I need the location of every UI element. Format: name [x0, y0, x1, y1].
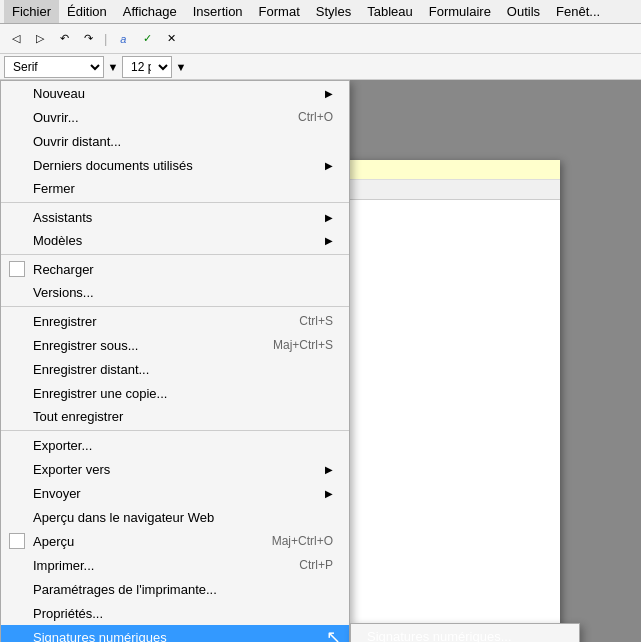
menu-item-exporter-vers[interactable]: Exporter vers ▶: [1, 457, 349, 481]
menu-item-exporter-vers-arrow: ▶: [325, 464, 333, 475]
menu-item-versions[interactable]: Versions...: [1, 281, 349, 307]
menu-item-fermer-label: Fermer: [33, 181, 333, 196]
menu-item-enregistrer-sous-label: Enregistrer sous...: [33, 338, 253, 353]
menu-item-tout-enregistrer[interactable]: Tout enregistrer: [1, 405, 349, 431]
menu-item-ouvrir-distant[interactable]: Ouvrir distant...: [1, 129, 349, 153]
menu-item-enregistrer-sous[interactable]: Enregistrer sous... Maj+Ctrl+S: [1, 333, 349, 357]
menu-item-parametrages[interactable]: Paramétrages de l'imprimante...: [1, 577, 349, 601]
menu-item-modeles-arrow: ▶: [325, 235, 333, 246]
menu-item-derniers-docs-label: Derniers documents utilisés: [33, 158, 317, 173]
menubar: Fichier Édition Affichage Insertion Form…: [0, 0, 641, 24]
document-area: ◁ ▷ ↶ ↷ | a ✓ ✕ Serif ▼ 12 pt ▼ modifié …: [0, 24, 641, 642]
menu-item-signatures[interactable]: Signatures numériques ↖ Signatures numér…: [1, 625, 349, 642]
menubar-item-insertion[interactable]: Insertion: [185, 0, 251, 23]
menu-item-nouveau-label: Nouveau: [33, 86, 317, 101]
menu-item-envoyer-arrow: ▶: [325, 488, 333, 499]
apercu-checkbox[interactable]: [9, 533, 25, 549]
menu-item-parametrages-label: Paramétrages de l'imprimante...: [33, 582, 333, 597]
menu-item-tout-enregistrer-label: Tout enregistrer: [33, 409, 333, 424]
menubar-item-format[interactable]: Format: [251, 0, 308, 23]
menu-item-enregistrer-distant[interactable]: Enregistrer distant...: [1, 357, 349, 381]
menu-item-enregistrer-label: Enregistrer: [33, 314, 279, 329]
menu-item-exporter-label: Exporter...: [33, 438, 333, 453]
menubar-item-fichier[interactable]: Fichier: [4, 0, 59, 23]
menu-item-assistants-arrow: ▶: [325, 212, 333, 223]
menu-item-apercu-label: Aperçu: [33, 534, 252, 549]
menu-item-ouvrir-label: Ouvrir...: [33, 110, 278, 125]
menubar-item-formulaire[interactable]: Formulaire: [421, 0, 499, 23]
size-selector[interactable]: 12 pt: [122, 56, 172, 78]
font-selector[interactable]: Serif: [4, 56, 104, 78]
menu-item-derniers-docs-arrow: ▶: [325, 160, 333, 171]
menu-item-imprimer[interactable]: Imprimer... Ctrl+P: [1, 553, 349, 577]
menu-item-apercu-navigateur[interactable]: Aperçu dans le navigateur Web: [1, 505, 349, 529]
menu-item-modeles[interactable]: Modèles ▶: [1, 229, 349, 255]
menu-item-apercu-shortcut: Maj+Ctrl+O: [272, 534, 333, 548]
toolbar-btn-a[interactable]: a: [111, 28, 135, 50]
menu-item-signatures-label: Signatures numériques: [33, 630, 333, 643]
menu-item-nouveau-arrow: ▶: [325, 88, 333, 99]
toolbar-btn-undo[interactable]: ↶: [52, 28, 76, 50]
menu-item-enregistrer[interactable]: Enregistrer Ctrl+S: [1, 309, 349, 333]
menu-item-envoyer[interactable]: Envoyer ▶: [1, 481, 349, 505]
menubar-item-fenetre[interactable]: Fenêt...: [548, 0, 608, 23]
menu-item-ouvrir-distant-label: Ouvrir distant...: [33, 134, 333, 149]
menu-item-recharger-label: Recharger: [33, 262, 333, 277]
menu-item-enregistrer-shortcut: Ctrl+S: [299, 314, 333, 328]
menu-item-imprimer-shortcut: Ctrl+P: [299, 558, 333, 572]
menu-item-envoyer-label: Envoyer: [33, 486, 317, 501]
menu-item-ouvrir[interactable]: Ouvrir... Ctrl+O: [1, 105, 349, 129]
menu-item-recharger[interactable]: Recharger: [1, 257, 349, 281]
menu-item-apercu-navigateur-label: Aperçu dans le navigateur Web: [33, 510, 333, 525]
menubar-item-affichage[interactable]: Affichage: [115, 0, 185, 23]
toolbar-row-2: Serif ▼ 12 pt ▼: [0, 54, 641, 80]
font-dropdown-arrow[interactable]: ▼: [104, 56, 122, 78]
menu-item-assistants[interactable]: Assistants ▶: [1, 205, 349, 229]
menu-item-enregistrer-distant-label: Enregistrer distant...: [33, 362, 333, 377]
recharger-checkbox[interactable]: [9, 261, 25, 277]
fichier-menu: Nouveau ▶ Ouvrir... Ctrl+O Ouvrir distan…: [0, 80, 350, 642]
menu-item-proprietes[interactable]: Propriétés...: [1, 601, 349, 625]
menubar-item-styles[interactable]: Styles: [308, 0, 359, 23]
menu-item-enregistrer-sous-shortcut: Maj+Ctrl+S: [273, 338, 333, 352]
menubar-item-outils[interactable]: Outils: [499, 0, 548, 23]
menu-item-enregistrer-copie[interactable]: Enregistrer une copie...: [1, 381, 349, 405]
menu-item-ouvrir-shortcut: Ctrl+O: [298, 110, 333, 124]
menu-item-exporter-vers-label: Exporter vers: [33, 462, 317, 477]
submenu-item-signatures-numeriques[interactable]: Signatures numériques...: [351, 624, 579, 642]
menu-item-apercu[interactable]: Aperçu Maj+Ctrl+O: [1, 529, 349, 553]
toolbar-btn-2[interactable]: ▷: [28, 28, 52, 50]
toolbar-btn-check[interactable]: ✓: [135, 28, 159, 50]
menubar-item-edition[interactable]: Édition: [59, 0, 115, 23]
toolbar-row-1: ◁ ▷ ↶ ↷ | a ✓ ✕: [0, 24, 641, 54]
size-dropdown-arrow[interactable]: ▼: [172, 56, 190, 78]
menu-item-assistants-label: Assistants: [33, 210, 317, 225]
menubar-item-tableau[interactable]: Tableau: [359, 0, 421, 23]
toolbar-btn-redo[interactable]: ↷: [76, 28, 100, 50]
submenu-signatures-numeriques-label: Signatures numériques...: [367, 629, 512, 643]
menu-item-imprimer-label: Imprimer...: [33, 558, 279, 573]
mouse-cursor-icon: ↖: [326, 626, 341, 642]
toolbar-btn-1[interactable]: ◁: [4, 28, 28, 50]
signatures-submenu: Signatures numériques... Signer un PDF e…: [350, 623, 580, 642]
toolbar-btn-x[interactable]: ✕: [159, 28, 183, 50]
menu-item-exporter[interactable]: Exporter...: [1, 433, 349, 457]
menu-item-derniers-docs[interactable]: Derniers documents utilisés ▶: [1, 153, 349, 177]
menu-item-versions-label: Versions...: [33, 285, 333, 300]
menu-item-nouveau[interactable]: Nouveau ▶: [1, 81, 349, 105]
menu-item-proprietes-label: Propriétés...: [33, 606, 333, 621]
menu-item-enregistrer-copie-label: Enregistrer une copie...: [33, 386, 333, 401]
menu-item-fermer[interactable]: Fermer: [1, 177, 349, 203]
menu-item-modeles-label: Modèles: [33, 233, 317, 248]
